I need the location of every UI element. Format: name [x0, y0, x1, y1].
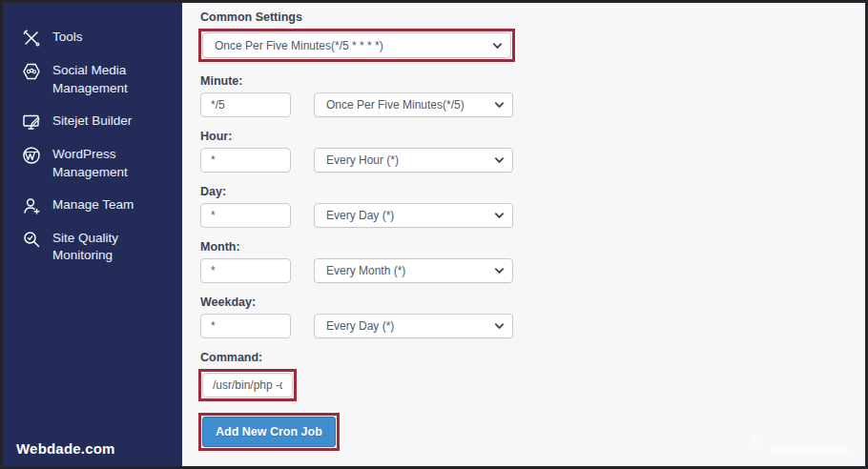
cron-form: Common Settings Once Per Five Minutes(*/…	[182, 3, 865, 466]
site-quality-icon	[22, 230, 41, 249]
sidebar-brand: Webdade.com	[16, 440, 115, 457]
sidebar-item-label: Sitejet Builder	[52, 112, 132, 131]
highlight-box-submit: Add New Cron Job	[198, 413, 340, 451]
sidebar-item-label: Social Media Management	[52, 62, 165, 98]
month-label: Month:	[200, 240, 865, 254]
common-settings-select[interactable]: Once Per Five Minutes(*/5 * * * *)	[202, 32, 511, 58]
common-settings-label: Common Settings	[200, 10, 865, 24]
month-input[interactable]	[200, 258, 291, 283]
month-select[interactable]: Every Month (*)	[314, 258, 513, 283]
sidebar-item-label: Tools	[52, 29, 83, 47]
day-label: Day:	[200, 185, 865, 198]
sidebar-item-label: WordPress Management	[52, 146, 165, 182]
hour-input[interactable]	[200, 148, 291, 173]
sitejet-builder-icon	[22, 112, 41, 132]
page: Tools Social Media Management	[0, 0, 868, 469]
highlight-box-common-settings: Once Per Five Minutes(*/5 * * * *)	[198, 29, 515, 62]
sidebar-item-social-media[interactable]: Social Media Management	[22, 62, 173, 98]
weekday-label: Weekday:	[200, 296, 865, 309]
wordpress-icon	[22, 146, 41, 165]
sidebar: Tools Social Media Management	[3, 3, 182, 466]
tools-icon	[22, 29, 41, 48]
command-input[interactable]	[202, 373, 293, 398]
sidebar-nav: Tools Social Media Management	[22, 29, 173, 265]
weekday-input[interactable]	[200, 314, 291, 338]
highlight-box-command	[198, 369, 297, 401]
sidebar-item-wordpress[interactable]: WordPress Management	[22, 146, 173, 182]
minute-select[interactable]: Once Per Five Minutes(*/5)	[314, 92, 513, 117]
social-media-icon	[22, 62, 41, 81]
sidebar-item-site-quality[interactable]: Site Quality Monitoring	[22, 230, 173, 266]
manage-team-icon	[22, 196, 41, 215]
sidebar-item-manage-team[interactable]: Manage Team	[22, 196, 173, 215]
day-input[interactable]	[200, 203, 291, 228]
weekday-select[interactable]: Every Day (*)	[314, 314, 513, 338]
hour-select[interactable]: Every Hour (*)	[314, 148, 513, 173]
add-cron-job-button[interactable]: Add New Cron Job	[202, 417, 336, 447]
hour-label: Hour:	[200, 130, 865, 143]
sidebar-item-tools[interactable]: Tools	[22, 29, 173, 48]
minute-label: Minute:	[200, 74, 865, 88]
sidebar-item-sitejet[interactable]: Sitejet Builder	[22, 112, 173, 132]
sidebar-item-label: Site Quality Monitoring	[52, 230, 165, 266]
command-label: Command:	[200, 351, 865, 364]
minute-input[interactable]	[200, 92, 291, 117]
sidebar-item-label: Manage Team	[52, 196, 134, 214]
day-select[interactable]: Every Day (*)	[314, 203, 513, 228]
